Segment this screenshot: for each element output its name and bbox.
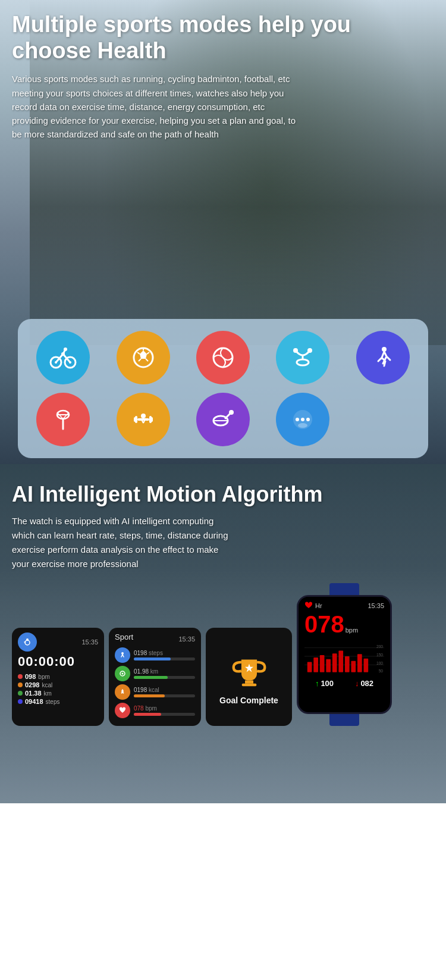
timer-card-header: 15:35 bbox=[18, 633, 98, 652]
svg-point-40 bbox=[25, 640, 30, 645]
bpm-display: 078 bpm bbox=[304, 612, 384, 636]
cycling-icon[interactable] bbox=[36, 331, 90, 384]
km-bar: 01.98 km bbox=[134, 668, 195, 679]
stat-steps: 09418 steps bbox=[18, 698, 98, 705]
svg-point-36 bbox=[296, 418, 299, 421]
hr-up-number: 100 bbox=[321, 679, 334, 688]
ai-description: The watch is equipped with AI intelligen… bbox=[12, 514, 238, 571]
table-tennis-icon[interactable] bbox=[196, 393, 250, 446]
ai-text-content: AI Intelligent Motion Algorithm The watc… bbox=[12, 482, 434, 571]
svg-point-37 bbox=[301, 418, 304, 421]
hero-description: Various sports modes such as running, cy… bbox=[12, 72, 297, 141]
football-icon[interactable] bbox=[117, 331, 170, 384]
timer-elapsed: 00:00:00 bbox=[18, 654, 98, 669]
goal-complete-label: Goal Complete bbox=[219, 696, 278, 705]
steps-icon bbox=[115, 647, 130, 663]
svg-point-4 bbox=[61, 352, 65, 356]
hero-text-overlay: Multiple sports modes help you choose He… bbox=[0, 0, 446, 142]
svg-point-5 bbox=[64, 347, 67, 351]
hr-text-label: Hr bbox=[315, 602, 322, 609]
watch-body: Hr 15:35 078 bpm bbox=[299, 597, 390, 695]
svg-point-44 bbox=[122, 673, 124, 675]
hr-time-label: 15:35 bbox=[368, 602, 384, 609]
hr-up-val: ↑ 100 bbox=[315, 679, 334, 688]
watch-card-hr: Hr 15:35 078 bpm bbox=[297, 595, 392, 714]
km-icon bbox=[115, 666, 130, 681]
svg-point-39 bbox=[298, 423, 307, 428]
svg-rect-62 bbox=[357, 654, 362, 672]
heart-icon bbox=[304, 602, 313, 610]
svg-point-41 bbox=[26, 638, 29, 641]
sports-icons-grid bbox=[27, 331, 419, 446]
stat-bpm: 098 bpm bbox=[18, 673, 98, 680]
hr-bottom-vals: ↑ 100 ↓ 082 bbox=[304, 677, 384, 690]
more-sports-icon[interactable] bbox=[276, 393, 329, 446]
hero-title: Multiple sports modes help you choose He… bbox=[12, 12, 434, 64]
arrow-down-icon: ↓ bbox=[355, 679, 359, 688]
svg-point-29 bbox=[141, 414, 146, 418]
svg-rect-28 bbox=[137, 418, 149, 421]
watch-band-bottom bbox=[329, 714, 359, 726]
basketball-icon[interactable] bbox=[196, 331, 250, 384]
stat-km: 01.38 km bbox=[18, 690, 98, 697]
svg-rect-45 bbox=[245, 680, 253, 683]
sport-time: 15:35 bbox=[178, 635, 195, 643]
svg-rect-60 bbox=[345, 656, 350, 672]
hr-header-row: Hr 15:35 bbox=[304, 602, 384, 610]
watch-cards-row: 15:35 00:00:00 098 bpm 0298 kcal 01.38 k… bbox=[12, 583, 434, 732]
hr-down-val: ↓ 082 bbox=[355, 679, 373, 688]
kcal-icon bbox=[115, 684, 130, 700]
kcal-bar: 0198 kcal bbox=[134, 687, 195, 697]
hero-section: Multiple sports modes help you choose He… bbox=[0, 0, 446, 464]
watch-card-timer: 15:35 00:00:00 098 bpm 0298 kcal 01.38 k… bbox=[12, 628, 104, 726]
watch-hr-container: Hr 15:35 078 bpm bbox=[297, 583, 392, 726]
bpm-bar: 078 bpm bbox=[134, 705, 195, 716]
svg-line-10 bbox=[146, 359, 148, 361]
trophy-icon bbox=[228, 649, 270, 691]
sport-card-header: Sport 15:35 bbox=[115, 633, 195, 645]
sport-steps-row: 0198 steps bbox=[115, 647, 195, 663]
bpm-icon bbox=[115, 703, 130, 718]
svg-rect-58 bbox=[332, 653, 337, 672]
sports-mode-panel bbox=[18, 319, 428, 458]
timer-time: 15:35 bbox=[81, 638, 98, 646]
hr-label-group: Hr bbox=[304, 602, 322, 610]
bpm-unit: bpm bbox=[346, 627, 358, 634]
ai-title: AI Intelligent Motion Algorithm bbox=[12, 482, 434, 507]
hr-chart-svg: 200 150 100 50 bbox=[304, 638, 384, 674]
svg-rect-54 bbox=[307, 662, 312, 672]
svg-rect-46 bbox=[241, 683, 256, 685]
svg-rect-59 bbox=[338, 650, 343, 672]
svg-rect-56 bbox=[320, 655, 325, 672]
sport-title: Sport bbox=[115, 633, 133, 641]
svg-text:150: 150 bbox=[376, 653, 383, 657]
steps-bar: 0198 steps bbox=[134, 650, 195, 660]
watch-card-goal: Goal Complete bbox=[206, 628, 292, 726]
hr-down-number: 082 bbox=[360, 679, 373, 688]
svg-rect-61 bbox=[351, 661, 356, 672]
svg-line-11 bbox=[139, 359, 141, 361]
svg-point-33 bbox=[229, 410, 234, 415]
svg-point-14 bbox=[293, 348, 298, 353]
sport-bpm-row: 078 bpm bbox=[115, 703, 195, 718]
sport-kcal-row: 0198 kcal bbox=[115, 684, 195, 700]
svg-rect-63 bbox=[364, 659, 369, 672]
badminton-icon[interactable] bbox=[36, 393, 90, 446]
hr-chart-area: 200 150 100 50 bbox=[304, 638, 384, 674]
timer-sport-icon bbox=[18, 633, 37, 652]
stat-kcal: 0298 kcal bbox=[18, 681, 98, 688]
watch-band-top bbox=[329, 583, 359, 595]
svg-marker-7 bbox=[140, 350, 147, 359]
svg-rect-55 bbox=[313, 657, 318, 672]
watch-card-sport: Sport 15:35 0198 steps bbox=[109, 628, 201, 726]
svg-line-9 bbox=[147, 352, 149, 354]
sport-km-row: 01.98 km bbox=[115, 666, 195, 681]
svg-text:200: 200 bbox=[376, 644, 383, 649]
running-icon[interactable] bbox=[356, 331, 410, 384]
jump-rope-icon[interactable] bbox=[276, 331, 329, 384]
svg-point-16 bbox=[297, 359, 309, 365]
svg-text:50: 50 bbox=[379, 669, 384, 673]
svg-rect-27 bbox=[149, 416, 152, 423]
weightlifting-icon[interactable] bbox=[117, 393, 170, 446]
svg-point-15 bbox=[307, 348, 312, 353]
